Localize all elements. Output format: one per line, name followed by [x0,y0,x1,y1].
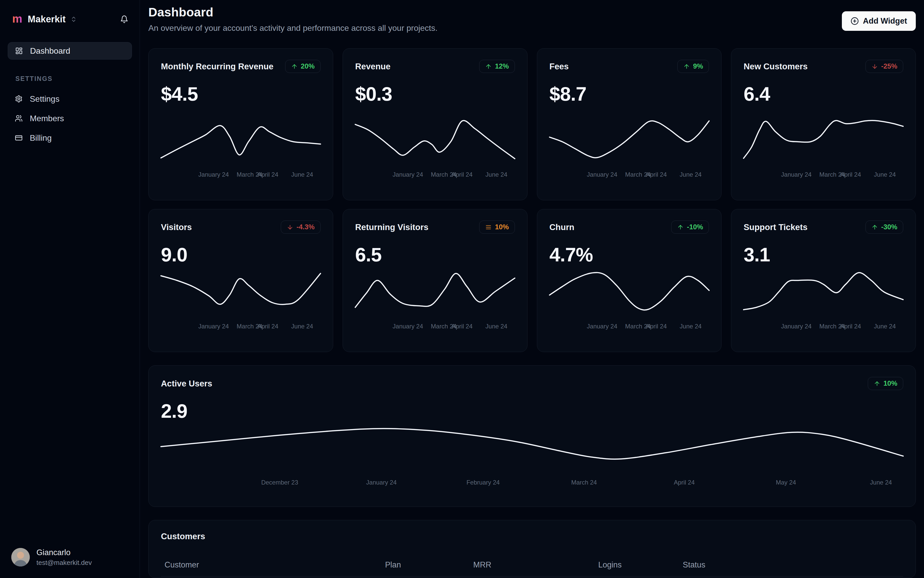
trend-badge: 20% [285,60,321,73]
trend-value: -25% [881,62,897,70]
axis-label: June 24 [291,171,313,178]
trend-value: 10% [495,223,509,231]
column-header-mrr: MRR [473,560,598,570]
x-axis-labels: January 24 March 24 April 24 June 24 [355,171,515,179]
card-head: New Customers -25% [744,60,903,73]
metric-value: 4.7% [550,244,709,266]
sidebar-settings-group: Settings Members Billing [8,89,132,148]
arrow-down-icon [871,63,878,70]
metric-card-support-tickets: Support Tickets -30% 3.1 January 24 Marc… [731,209,916,352]
x-axis-labels: January 24 March 24 April 24 June 24 [744,323,903,331]
axis-label: January 24 [781,171,812,178]
card-title: Support Tickets [744,222,807,232]
sparkline-chart: January 24 March 24 April 24 June 24 [355,120,515,169]
axis-label: April 24 [452,171,473,178]
users-icon [15,115,23,122]
sidebar-section-settings-label: SETTINGS [15,75,124,83]
page-header: Dashboard An overview of your account's … [148,0,916,33]
trend-badge: 10% [479,221,515,234]
circle-plus-icon [851,17,859,25]
active-users-card: Active Users 10% 2.9 December 23 January… [148,365,916,507]
arrow-up-icon [485,63,492,70]
dashboard-grid-icon [15,47,23,55]
column-header-logins: Logins [598,560,683,570]
card-head: Active Users 10% [161,377,903,390]
sparkline-chart: January 24 March 24 April 24 June 24 [355,272,515,321]
add-widget-label: Add Widget [863,16,907,26]
trend-badge: -10% [671,221,709,234]
card-head: Support Tickets -30% [744,221,903,234]
notifications-bell-icon[interactable] [120,15,128,23]
page-header-text: Dashboard An overview of your account's … [148,5,438,33]
axis-label: January 24 [393,323,423,330]
metric-value: $4.5 [161,83,321,105]
axis-label: January 24 [587,323,617,330]
x-axis-labels: December 23 January 24 February 24 March… [161,479,903,487]
axis-label: January 24 [781,323,812,330]
arrow-up-icon [874,380,880,387]
arrow-up-icon [677,224,684,231]
card-head: Monthly Recurring Revenue 20% [161,60,321,73]
axis-label: April 24 [840,323,861,330]
axis-label: January 24 [587,171,617,178]
axis-label: June 24 [874,171,896,178]
card-head: Visitors -4.3% [161,221,321,234]
sidebar-item-members[interactable]: Members [8,109,132,128]
sidebar-item-label: Billing [30,133,52,143]
card-title: New Customers [744,62,807,71]
card-title: Visitors [161,222,192,232]
metric-value: 3.1 [744,244,903,266]
x-axis-labels: January 24 March 24 April 24 June 24 [355,323,515,331]
credit-card-icon [15,134,23,142]
sidebar: m Makerkit Dashboard SETTINGS Sett [0,0,140,578]
axis-label: April 24 [646,323,666,330]
metric-value: 6.4 [744,83,903,105]
user-name: Giancarlo [36,548,92,557]
sidebar-item-billing[interactable]: Billing [8,128,132,148]
page-subtitle: An overview of your account's activity a… [148,23,438,33]
metric-value: 6.5 [355,244,515,266]
x-axis-labels: January 24 March 24 April 24 June 24 [744,171,903,179]
metric-value: 9.0 [161,244,321,266]
card-title: Churn [550,222,574,232]
workspace-selector[interactable]: m Makerkit [8,0,132,39]
card-head: Revenue 12% [355,60,515,73]
axis-label: April 24 [646,171,666,178]
card-title: Active Users [161,379,212,388]
axis-label: June 24 [485,323,507,330]
svg-text:m: m [12,13,22,25]
sidebar-item-settings[interactable]: Settings [8,89,132,109]
metric-card-visitors: Visitors -4.3% 9.0 January 24 March 24 A… [148,209,333,352]
sparkline-chart: January 24 March 24 April 24 June 24 [744,120,903,169]
trend-value: -10% [687,223,703,231]
axis-label: April 24 [452,323,473,330]
add-widget-button[interactable]: Add Widget [842,11,916,31]
axis-label: January 24 [198,323,229,330]
metric-card-new-customers: New Customers -25% 6.4 January 24 March … [731,48,916,200]
avatar [11,548,30,567]
trend-value: 12% [495,62,509,70]
sparkline-chart: January 24 March 24 April 24 June 24 [550,272,709,321]
arrow-up-icon [291,63,298,70]
main-content: Dashboard An overview of your account's … [140,0,924,578]
user-profile-button[interactable]: Giancarlo test@makerkit.dev [8,540,132,578]
x-axis-labels: January 24 March 24 April 24 June 24 [550,171,709,179]
trend-badge: -25% [866,60,903,73]
customers-title: Customers [161,531,903,541]
customers-card: Customers Customer Plan MRR Logins Statu… [148,520,916,578]
trend-value: -4.3% [297,223,314,231]
chevrons-up-down-icon [70,16,77,23]
app-root: m Makerkit Dashboard SETTINGS Sett [0,0,924,578]
gear-icon [15,95,23,103]
trend-value: 10% [883,380,897,388]
metric-card-revenue: Revenue 12% $0.3 January 24 March 24 Apr… [343,48,527,200]
metric-value: $0.3 [355,83,515,105]
trend-flat-icon [485,224,492,231]
sidebar-item-dashboard[interactable]: Dashboard [8,42,132,60]
metric-card-returning-visitors: Returning Visitors 10% 6.5 January 24 Ma… [343,209,527,352]
axis-label: February 24 [466,479,499,486]
axis-label: June 24 [291,323,313,330]
column-header-plan: Plan [385,560,473,570]
arrow-up-icon [683,63,690,70]
trend-value: 20% [301,62,314,70]
